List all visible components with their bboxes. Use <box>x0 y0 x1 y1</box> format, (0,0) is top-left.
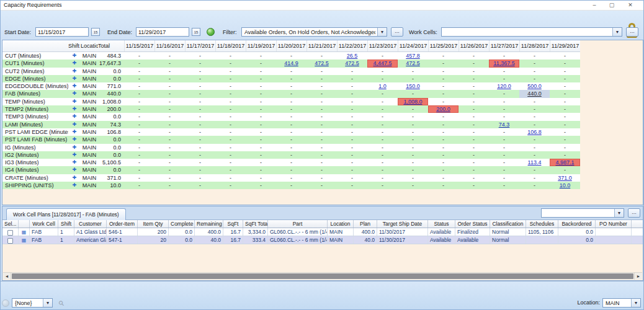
capacity-value-link[interactable]: 150.0 <box>406 83 420 89</box>
plans-column-header[interactable]: SqFt Total <box>243 220 268 228</box>
header-date[interactable]: 11/29/2017 <box>550 40 580 51</box>
row-select-checkbox[interactable] <box>7 238 13 244</box>
plans-column-header[interactable]: Schedules <box>526 220 558 228</box>
tab-work-cell-plans[interactable]: Work Cell Plans [11/28/2017] - FAB (Minu… <box>6 208 126 220</box>
filter-ellipsis-button[interactable]: ... <box>391 27 403 37</box>
shift-expand-icon[interactable]: ✚ <box>68 144 81 151</box>
plan-icon[interactable]: ▦ <box>22 229 27 235</box>
shift-expand-icon[interactable]: ✚ <box>68 166 81 174</box>
header-date[interactable]: 11/23/2017 <box>367 40 398 51</box>
location-dropdown[interactable]: MAIN ▾ <box>602 298 641 308</box>
shift-expand-icon[interactable]: ✚ <box>68 82 81 90</box>
shift-expand-icon[interactable]: ✚ <box>68 151 81 159</box>
shift-expand-icon[interactable]: ✚ <box>68 52 81 60</box>
capacity-value-link[interactable]: 500.0 <box>527 83 542 89</box>
plans-column-header[interactable]: Target Ship Date <box>377 220 428 228</box>
plans-column-header[interactable] <box>19 220 30 228</box>
start-date-calendar-icon[interactable]: 15 <box>91 28 100 36</box>
horizontal-scrollbar[interactable]: ◄ ► <box>3 272 642 280</box>
chevron-down-icon[interactable]: ▾ <box>377 28 387 36</box>
work-cells-ellipsis-button[interactable]: ... <box>626 27 638 37</box>
capacity-value-link[interactable]: 472.5 <box>315 60 329 66</box>
plans-column-header[interactable]: Part <box>268 220 328 228</box>
plans-column-header[interactable]: Shift <box>58 220 74 228</box>
maximize-button[interactable]: ▢ <box>605 1 619 9</box>
capacity-value-link[interactable]: 120.0 <box>497 83 511 89</box>
header-date[interactable]: 11/25/2017 <box>428 40 458 51</box>
plans-ellipsis-button[interactable]: ... <box>628 208 640 218</box>
shift-expand-icon[interactable]: ✚ <box>68 136 81 143</box>
capacity-value-link[interactable]: 113.4 <box>528 159 542 166</box>
header-location[interactable]: Location <box>81 40 98 51</box>
filter-dropdown[interactable]: Available Orders, On Hold Orders, Not Ac… <box>241 27 387 37</box>
plans-column-header[interactable]: Complete <box>169 220 195 228</box>
plans-column-header[interactable]: Classification <box>490 220 526 228</box>
start-date-input[interactable]: 11/15/2017 <box>35 27 89 37</box>
header-date[interactable]: 11/18/2017 <box>215 40 246 51</box>
capacity-value-link[interactable]: 106.8 <box>527 129 542 135</box>
header-date[interactable]: 11/19/2017 <box>246 40 276 51</box>
plans-table-row[interactable]: ▦FAB1A1 Glass Ltd.546-12000.0400.016.73,… <box>2 228 643 236</box>
shift-expand-icon[interactable]: ✚ <box>68 182 81 189</box>
shift-expand-icon[interactable]: ✚ <box>68 113 81 120</box>
shift-expand-icon[interactable]: ✚ <box>68 121 81 128</box>
end-date-input[interactable]: 11/29/2017 <box>136 27 189 37</box>
capacity-value-link[interactable]: 1.0 <box>378 83 387 89</box>
shift-expand-icon[interactable]: ✚ <box>68 98 81 105</box>
close-button[interactable]: ✕ <box>624 1 637 9</box>
plans-column-header[interactable]: Customer <box>74 220 107 228</box>
header-date[interactable]: 11/20/2017 <box>276 40 306 51</box>
header-date[interactable]: 11/22/2017 <box>337 40 367 51</box>
row-select-checkbox[interactable] <box>7 230 13 236</box>
capacity-value-link[interactable]: 472.5 <box>406 60 420 66</box>
header-date[interactable]: 11/17/2017 <box>185 40 215 51</box>
plans-column-header[interactable]: Item Qty <box>138 220 169 228</box>
shift-expand-icon[interactable]: ✚ <box>68 159 81 166</box>
chevron-down-icon[interactable]: ▾ <box>43 299 52 307</box>
header-date[interactable]: 11/28/2017 <box>519 40 550 51</box>
shift-expand-icon[interactable]: ✚ <box>68 128 81 136</box>
plans-column-header[interactable]: Work Cell <box>30 220 58 228</box>
wrench-icon[interactable]: ⚲ <box>57 299 66 308</box>
capacity-value-link[interactable]: 200.0 <box>436 106 450 112</box>
chevron-down-icon[interactable]: ▾ <box>631 299 640 307</box>
shift-expand-icon[interactable]: ✚ <box>68 105 81 113</box>
shift-expand-icon[interactable]: ✚ <box>68 60 81 67</box>
plans-column-header[interactable]: Plan <box>354 220 377 228</box>
plans-table-row[interactable]: ▦FAB1American Gla...547-1200.040.016.733… <box>2 236 643 244</box>
chevron-down-icon[interactable]: ▾ <box>614 209 624 217</box>
capacity-value-link[interactable]: 457.8 <box>406 53 420 59</box>
capacity-value-link[interactable]: 74.3 <box>499 122 510 128</box>
shift-expand-icon[interactable]: ✚ <box>68 90 81 97</box>
plans-dropdown[interactable]: ▾ <box>541 208 624 218</box>
minimize-button[interactable]: – <box>588 1 601 9</box>
plans-column-header[interactable]: Remaining <box>195 220 223 228</box>
capacity-value-link[interactable]: 4,987.1 <box>555 159 574 166</box>
shift-expand-icon[interactable]: ✚ <box>68 68 81 75</box>
header-row-label[interactable] <box>2 40 68 51</box>
header-date[interactable]: 11/15/2017 <box>124 40 154 51</box>
header-shift[interactable]: Shift <box>68 40 81 51</box>
layout-dropdown[interactable]: {None} ▾ <box>12 298 53 308</box>
plans-column-header[interactable]: Sel... <box>2 220 19 228</box>
header-date[interactable]: 11/16/2017 <box>154 40 185 51</box>
header-total[interactable]: Total <box>98 40 124 51</box>
capacity-value-link[interactable]: 414.9 <box>284 60 298 66</box>
plans-column-header[interactable]: Backordered <box>558 220 596 228</box>
end-date-calendar-icon[interactable]: 15 <box>192 28 200 36</box>
plan-icon[interactable]: ▦ <box>22 237 27 243</box>
refresh-button[interactable] <box>207 28 215 36</box>
capacity-value-link[interactable]: 472.5 <box>345 60 359 66</box>
shift-expand-icon[interactable]: ✚ <box>68 174 81 182</box>
capacity-value-link[interactable]: 4,447.5 <box>373 60 391 66</box>
header-date[interactable]: 11/21/2017 <box>306 40 337 51</box>
plans-column-header[interactable]: Order-Item <box>107 220 138 228</box>
plans-column-header[interactable]: Location <box>328 220 354 228</box>
plans-column-header[interactable]: Status <box>428 220 455 228</box>
capacity-value-link[interactable]: 11,367.5 <box>493 60 514 66</box>
plans-column-header[interactable]: SqFt <box>223 220 243 228</box>
capacity-value-link[interactable]: 440.0 <box>527 91 542 97</box>
header-date[interactable]: 11/27/2017 <box>489 40 519 51</box>
work-cells-dropdown[interactable]: ▾ <box>441 27 622 37</box>
plans-column-header[interactable]: PO Number <box>596 220 632 228</box>
